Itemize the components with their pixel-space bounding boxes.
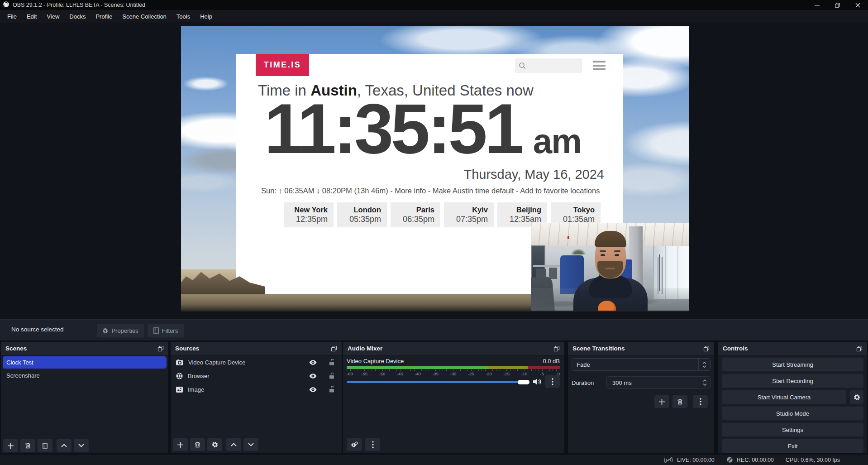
mixer-channel-menu[interactable] xyxy=(545,375,560,388)
remove-scene-button[interactable] xyxy=(20,439,35,452)
remove-transition-button[interactable] xyxy=(672,395,687,408)
source-up-button[interactable] xyxy=(226,438,241,451)
timeis-logo: TIME.IS xyxy=(256,54,309,76)
popout-icon xyxy=(703,345,710,352)
make-default-link[interactable]: Make Austin time default xyxy=(433,187,514,195)
settings-button[interactable]: Settings xyxy=(722,423,863,436)
source-row-browser[interactable]: Browser xyxy=(171,369,342,383)
scene-down-button[interactable] xyxy=(74,439,89,452)
studio-mode-button[interactable]: Studio Mode xyxy=(722,407,863,420)
restore-button[interactable] xyxy=(827,0,848,10)
source-down-button[interactable] xyxy=(243,438,258,451)
volume-slider[interactable] xyxy=(347,381,528,383)
scene-item-screenshare[interactable]: Screenshare xyxy=(3,369,167,382)
gear-icon xyxy=(854,394,860,401)
menu-view[interactable]: View xyxy=(42,13,64,20)
exit-button[interactable]: Exit xyxy=(722,439,863,453)
filters-button[interactable]: Filters xyxy=(148,324,184,337)
start-virtual-camera-button[interactable]: Start Virtual Camera xyxy=(722,390,846,404)
menu-docks[interactable]: Docks xyxy=(64,13,91,20)
search-icon xyxy=(519,62,526,70)
volume-slider-handle[interactable] xyxy=(518,380,529,384)
lock-icon[interactable] xyxy=(329,386,334,393)
source-row-image[interactable]: Image xyxy=(171,383,342,396)
transitions-header[interactable]: Scene Transitions xyxy=(568,342,714,355)
city-new-york[interactable]: New York12:35pm xyxy=(284,202,334,227)
mixer-header[interactable]: Audio Mixer xyxy=(343,342,564,355)
add-favorite-link[interactable]: Add to favorite locations xyxy=(520,187,600,195)
transition-select[interactable]: Fade xyxy=(572,358,711,371)
visibility-icon[interactable] xyxy=(309,360,317,365)
speaker-icon[interactable] xyxy=(533,378,541,387)
scene-item-clock-test[interactable]: Clock Test xyxy=(3,356,167,369)
popout-icon xyxy=(553,345,560,352)
image-icon xyxy=(176,387,183,393)
menu-icon[interactable] xyxy=(593,61,606,70)
source-row-video-capture[interactable]: Video Capture Device xyxy=(171,355,342,369)
source-toolbar: No source selected Properties Filters xyxy=(0,319,868,340)
sources-header[interactable]: Sources xyxy=(171,342,342,355)
camera-icon xyxy=(176,360,183,365)
start-streaming-button[interactable]: Start Streaming xyxy=(722,358,863,371)
city-london[interactable]: London05:35pm xyxy=(337,202,387,227)
add-source-button[interactable] xyxy=(173,438,188,451)
virtual-camera-settings-button[interactable] xyxy=(850,390,863,404)
add-scene-button[interactable] xyxy=(3,439,18,452)
menu-edit[interactable]: Edit xyxy=(22,13,42,20)
start-recording-button[interactable]: Start Recording xyxy=(722,374,863,388)
duration-input[interactable]: 300 ms xyxy=(606,376,711,389)
titlebar: OBS 29.1.2 - Profile: LLHLS BETA - Scene… xyxy=(0,0,868,10)
menubar: File Edit View Docks Profile Scene Colle… xyxy=(0,10,868,23)
filters-icon xyxy=(153,327,159,334)
lock-icon[interactable] xyxy=(329,373,334,379)
add-transition-button[interactable] xyxy=(654,395,669,408)
properties-button[interactable]: Properties xyxy=(97,324,144,337)
visibility-icon[interactable] xyxy=(309,374,317,379)
close-button[interactable] xyxy=(848,0,868,10)
visibility-icon[interactable] xyxy=(309,387,317,392)
sources-panel: Sources Video Capture Device Browser xyxy=(171,342,342,453)
minimize-button[interactable] xyxy=(807,0,827,10)
mixer-channel-name: Video Capture Device xyxy=(347,358,404,364)
gear-icon xyxy=(212,441,218,448)
menu-profile[interactable]: Profile xyxy=(91,13,117,20)
select-chevrons xyxy=(698,359,710,370)
menu-tools[interactable]: Tools xyxy=(172,13,195,20)
live-time: LIVE: 00:00:00 xyxy=(677,457,715,463)
rec-status-icon xyxy=(726,456,733,463)
transition-menu-button[interactable] xyxy=(693,395,708,408)
globe-icon xyxy=(176,373,183,379)
clock-time: 11:35:51 xyxy=(264,89,521,168)
audio-mixer-panel: Audio Mixer Video Capture Device 0.0 dB … xyxy=(343,342,564,453)
statusbar: LIVE: 00:00:00 REC: 00:00:00 CPU: 0.6%, … xyxy=(0,455,868,465)
sun-info: Sun: ↑ 06:35AM ↓ 08:20PM (13h 46m) - Mor… xyxy=(261,187,605,195)
popout-icon xyxy=(331,345,337,352)
search-input[interactable] xyxy=(515,58,582,73)
clock: 11:35:51am xyxy=(264,88,581,165)
obs-window: OBS 29.1.2 - Profile: LLHLS BETA - Scene… xyxy=(0,0,868,465)
more-info-link[interactable]: More info xyxy=(395,187,426,195)
scenes-header[interactable]: Scenes xyxy=(1,342,168,355)
lock-icon[interactable] xyxy=(329,359,334,365)
program-canvas[interactable]: TIME.IS Time in Austin, Texas, United St… xyxy=(181,26,689,312)
window-title: OBS 29.1.2 - Profile: LLHLS BETA - Scene… xyxy=(13,2,145,8)
obs-logo-icon xyxy=(3,1,9,9)
rec-time: REC: 00:00:00 xyxy=(737,457,774,463)
scene-up-button[interactable] xyxy=(57,439,72,452)
mixer-menu-button[interactable] xyxy=(365,438,380,451)
scenes-panel: Scenes Clock Test Screenshare xyxy=(1,342,168,453)
source-status: No source selected xyxy=(11,326,64,333)
remove-source-button[interactable] xyxy=(190,438,205,451)
spinner-chevrons[interactable] xyxy=(699,377,710,388)
city-paris[interactable]: Paris06:35pm xyxy=(391,202,440,227)
menu-scene-collection[interactable]: Scene Collection xyxy=(117,13,172,20)
menu-file[interactable]: File xyxy=(2,13,22,20)
menu-help[interactable]: Help xyxy=(195,13,217,20)
advanced-audio-button[interactable] xyxy=(347,438,362,451)
scene-filters-button[interactable] xyxy=(38,439,52,452)
cpu-stats: CPU: 0.6%, 30.00 fps xyxy=(786,457,840,463)
controls-header[interactable]: Controls xyxy=(718,342,867,355)
city-kyiv[interactable]: Kyiv07:35pm xyxy=(444,202,494,227)
source-properties-button[interactable] xyxy=(207,438,222,451)
popout-icon xyxy=(157,345,164,352)
